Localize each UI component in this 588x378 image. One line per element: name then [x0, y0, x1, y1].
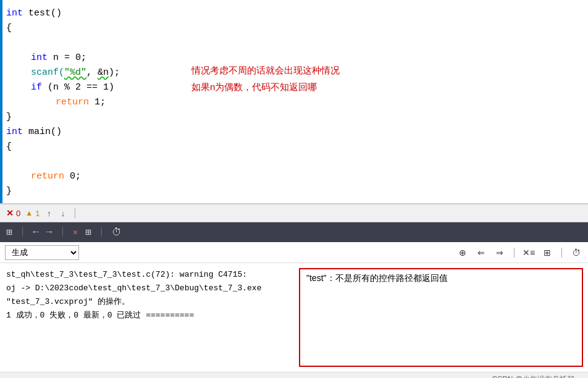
code-brace2: {	[6, 140, 12, 154]
code-text: test()	[23, 6, 62, 21]
output-top-bar: 生成 ⊕ ⇐ ⇒ ✕≡ ⊞ ⏱	[0, 242, 588, 263]
code-addr: &n	[98, 65, 109, 80]
output-icon-split[interactable]: ⊞	[540, 246, 554, 259]
code-line-11	[0, 154, 588, 169]
output-icon-time[interactable]: ⏱	[569, 246, 583, 259]
toolbar-separator2: |	[59, 227, 65, 238]
output-content: st_qh\test_7_3\test_7_3\test.c(72): warn…	[0, 263, 588, 372]
error-icon: ✕	[6, 208, 14, 218]
code-text: n = 0;	[48, 51, 86, 65]
code-scanf: scanf(	[31, 65, 64, 80]
output-icon-indent-right[interactable]: ⇒	[493, 246, 506, 259]
navigate-up-button[interactable]: ↑	[44, 208, 54, 219]
error-indicator: ✕ 0	[6, 208, 20, 218]
output-panel: 生成 ⊕ ⇐ ⇒ ✕≡ ⊞ ⏱ st_qh\test_7_3\test_7_3\…	[0, 242, 588, 372]
output-line-1: st_qh\test_7_3\test_7_3\test.c(72): warn…	[6, 268, 290, 282]
toolbar-icon-table[interactable]: ⊞	[85, 226, 91, 238]
output-icon-indent-left[interactable]: ⇐	[474, 246, 488, 259]
keyword-int3: int	[6, 125, 23, 140]
code-line-3	[0, 36, 588, 51]
error-count: 0	[16, 209, 20, 218]
warning-message-box: "test"：不是所有的控件路径都返回值	[299, 268, 583, 367]
annotation-line2: 如果n为偶数，代码不知返回哪	[191, 78, 340, 95]
footer-text: CSDN @少年没有乌托邦。	[492, 374, 582, 378]
code-line-2: {	[0, 21, 588, 36]
output-text-left: st_qh\test_7_3\test_7_3\test.c(72): warn…	[0, 266, 296, 369]
divider	[75, 208, 75, 218]
output-line-3: "test_7_3.vcxproj" 的操作。	[6, 295, 290, 309]
output-toolbar: ⊞ | ← → | ✕ ⊞ | ⏱	[0, 222, 588, 242]
code-format-str: "%d"	[64, 65, 86, 80]
code-text: main()	[23, 125, 62, 140]
code-paren: );	[109, 65, 120, 80]
warning-icon: ▲	[25, 209, 33, 217]
navigate-down-button[interactable]: ↓	[59, 208, 68, 219]
toolbar-divider2	[561, 248, 562, 258]
keyword-return1: return	[56, 95, 89, 110]
code-line-13: }	[0, 184, 588, 199]
toolbar-icon-back[interactable]: ←	[33, 227, 39, 238]
keyword-if: if	[31, 80, 42, 95]
code-line-10: {	[0, 140, 588, 154]
code-line-12: return 0;	[0, 169, 588, 184]
code-brace: }	[6, 110, 12, 125]
code-comma: ,	[86, 65, 98, 80]
code-text: 1;	[89, 95, 106, 110]
warning-count: 1	[35, 209, 40, 218]
output-line-2: oj -> D:\2023code\test_qh\test_7_3\Debug…	[6, 282, 290, 295]
code-text: 0;	[64, 169, 81, 184]
output-icon-format[interactable]: ✕≡	[522, 246, 536, 259]
toolbar-icon-clock[interactable]: ⏱	[112, 227, 122, 238]
annotation-line1: 情况考虑不周的话就会出现这种情况	[191, 62, 340, 78]
build-dropdown[interactable]: 生成	[5, 245, 79, 260]
warning-indicator: ▲ 1	[25, 209, 40, 218]
keyword-int2: int	[31, 51, 48, 65]
code-brace3: }	[6, 184, 12, 199]
code-line-9: int main()	[0, 125, 588, 140]
blue-indicator-bar	[0, 0, 2, 203]
toolbar-icon-close-x[interactable]: ✕	[73, 227, 78, 237]
code-text: (n % 2 == 1)	[42, 80, 114, 95]
toolbar-icon-forward[interactable]: →	[46, 227, 52, 238]
footer-bar: CSDN @少年没有乌托邦。	[0, 372, 588, 378]
output-line-4: 1 成功，0 失败，0 最新，0 已跳过 ==========	[6, 309, 290, 322]
output-icon-copy[interactable]: ⊕	[456, 246, 469, 259]
code-line-8: }	[0, 110, 588, 125]
keyword-return0: return	[31, 169, 64, 184]
code-line-7: return 1;	[0, 95, 588, 110]
code-text: {	[6, 21, 12, 36]
code-editor: int test() { int n = 0; scanf("%d", &n);…	[0, 0, 588, 204]
status-bar: ✕ 0 ▲ 1 ↑ ↓	[0, 204, 588, 222]
toolbar-separator3: |	[99, 227, 105, 238]
warning-message-text: "test"：不是所有的控件路径都返回值	[306, 273, 448, 283]
toolbar-separator: |	[20, 227, 26, 238]
code-annotation: 情况考虑不周的话就会出现这种情况 如果n为偶数，代码不知返回哪	[191, 62, 340, 95]
toolbar-icon-grid[interactable]: ⊞	[6, 226, 12, 238]
keyword-int: int	[6, 6, 23, 21]
toolbar-divider	[514, 248, 514, 258]
code-line-1: int test()	[0, 6, 588, 21]
